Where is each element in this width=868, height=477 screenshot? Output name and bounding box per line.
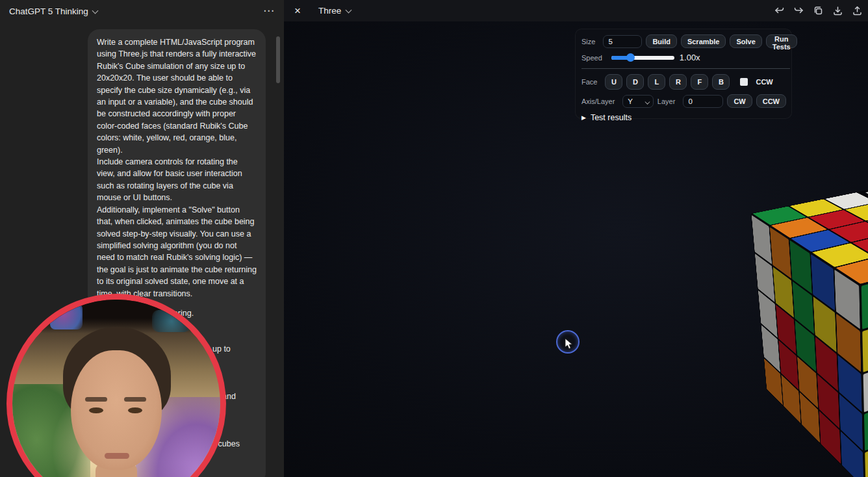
canvas-header: × Three bbox=[284, 0, 868, 21]
caret-right-icon: ▶ bbox=[581, 114, 586, 121]
message-paragraph: Additionally, implement a "Solve" button… bbox=[97, 204, 257, 300]
download-icon[interactable] bbox=[832, 5, 843, 16]
canvas-panel: × Three bbox=[284, 0, 868, 477]
share-icon[interactable] bbox=[852, 5, 863, 16]
redo-icon[interactable] bbox=[793, 5, 804, 16]
person-eye bbox=[89, 407, 103, 413]
cube-controls-panel: Size Build Scramble Solve Run Tests Spee… bbox=[575, 29, 792, 119]
slider-thumb[interactable] bbox=[626, 53, 635, 62]
speed-value: 1.00x bbox=[680, 53, 700, 62]
build-button[interactable]: Build bbox=[646, 34, 677, 48]
size-input[interactable] bbox=[603, 35, 642, 48]
app-window: ChatGPT 5 Thinking ⋯ Write a complete HT… bbox=[0, 0, 868, 477]
ccw-checkbox[interactable] bbox=[740, 78, 748, 86]
person-eyebrow bbox=[124, 397, 146, 402]
axis-select-value: Y bbox=[628, 97, 633, 105]
face-button-d[interactable]: D bbox=[626, 74, 644, 90]
axis-layer-label: Axis/Layer bbox=[581, 97, 615, 105]
model-selector[interactable]: ChatGPT 5 Thinking bbox=[9, 6, 98, 16]
chevron-down-icon bbox=[346, 8, 351, 14]
canvas-title-selector[interactable]: Three bbox=[318, 6, 351, 16]
run-tests-button[interactable]: Run Tests bbox=[766, 34, 797, 48]
face-label: Face bbox=[581, 78, 597, 86]
solve-button[interactable]: Solve bbox=[730, 34, 761, 48]
cw-button[interactable]: CW bbox=[727, 94, 752, 108]
person-eye bbox=[128, 407, 142, 413]
message-paragraph: Include camera controls for rotating the… bbox=[97, 156, 257, 204]
scramble-button[interactable]: Scramble bbox=[681, 34, 726, 48]
undo-icon[interactable] bbox=[774, 5, 785, 16]
partial-text-line: up to bbox=[212, 344, 231, 354]
person-mouth bbox=[105, 453, 129, 459]
ccw-checkbox-label: CCW bbox=[756, 78, 772, 86]
face-button-r[interactable]: R bbox=[669, 74, 687, 90]
layer-input[interactable] bbox=[683, 95, 723, 108]
test-results-toggle[interactable]: Test results bbox=[591, 113, 632, 122]
canvas-toolbar bbox=[774, 0, 863, 21]
person-face bbox=[71, 350, 162, 470]
mouse-cursor bbox=[565, 338, 573, 352]
ccw-button[interactable]: CCW bbox=[756, 94, 786, 108]
chevron-down-icon bbox=[645, 99, 650, 104]
face-button-b[interactable]: B bbox=[712, 74, 730, 90]
chevron-down-icon bbox=[92, 8, 98, 14]
close-icon[interactable]: × bbox=[294, 5, 301, 16]
layer-label: Layer bbox=[657, 97, 676, 105]
chat-header: ChatGPT 5 Thinking ⋯ bbox=[0, 0, 284, 22]
message-paragraph: Write a complete HTML/JavaScript program… bbox=[97, 36, 257, 156]
more-options-icon[interactable]: ⋯ bbox=[263, 4, 275, 18]
scrollbar-thumb[interactable] bbox=[276, 36, 280, 83]
divider bbox=[581, 68, 790, 69]
canvas-title: Three bbox=[318, 6, 341, 16]
face-button-l[interactable]: L bbox=[648, 74, 665, 90]
axis-select[interactable]: Y bbox=[622, 95, 654, 108]
person-eyebrow bbox=[85, 397, 107, 402]
speed-label: Speed bbox=[581, 54, 602, 62]
face-button-f[interactable]: F bbox=[691, 74, 708, 90]
model-name: ChatGPT 5 Thinking bbox=[9, 6, 88, 16]
size-label: Size bbox=[581, 38, 595, 45]
face-button-u[interactable]: U bbox=[605, 74, 622, 90]
copy-icon[interactable] bbox=[813, 5, 824, 16]
speed-slider[interactable] bbox=[611, 53, 674, 62]
